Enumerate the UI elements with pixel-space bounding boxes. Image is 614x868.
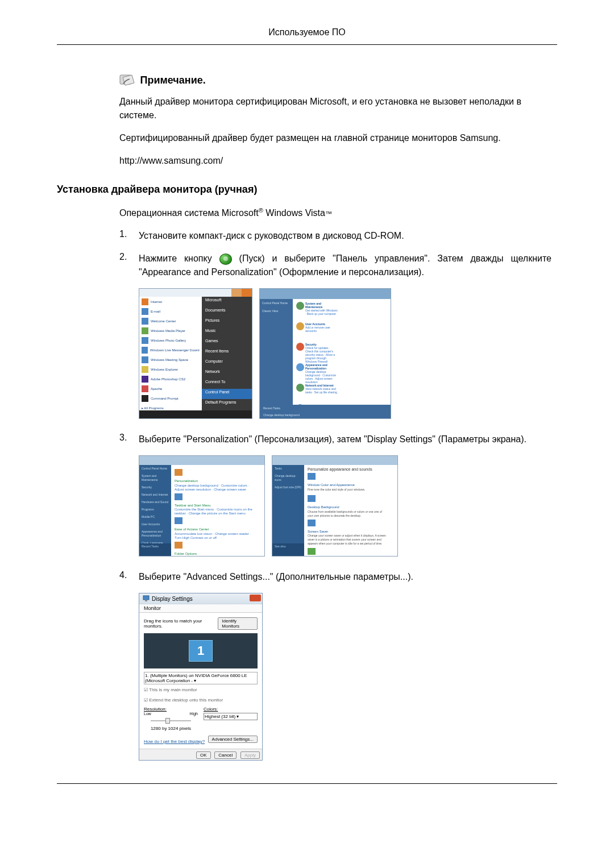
appearance-item[interactable]: PersonalizationChange desktop background… bbox=[175, 469, 261, 492]
step-1-text: Установите компакт-диск с руководством в… bbox=[139, 229, 551, 243]
side-link[interactable]: Programs bbox=[139, 506, 171, 513]
item-text: Screen SaverChange your screen saver or … bbox=[308, 530, 387, 546]
start-menu-item[interactable]: Windows Media Player bbox=[139, 326, 202, 335]
start-menu-item[interactable]: Apache bbox=[139, 384, 202, 393]
figure-set-2: Control Panel HomeSystem and Maintenance… bbox=[139, 455, 551, 556]
colors-label: Colors: bbox=[204, 707, 258, 712]
start-menu-item[interactable]: Welcome Center bbox=[139, 316, 202, 326]
start-menu-right-item[interactable]: Documents bbox=[202, 307, 252, 317]
start-menu-right-item[interactable]: Games bbox=[202, 338, 252, 348]
start-menu-right-item[interactable]: Computer bbox=[202, 358, 252, 368]
app-icon bbox=[142, 356, 148, 363]
note-label: Примечание. bbox=[140, 74, 205, 86]
start-menu-item[interactable]: Adobe Photoshop CS2 bbox=[139, 374, 202, 384]
cp-side-0: Control Panel Home bbox=[260, 299, 293, 307]
ok-button[interactable]: OK bbox=[196, 751, 211, 759]
start-menu-item[interactable]: E-mail bbox=[139, 306, 202, 316]
advanced-settings-button[interactable]: Advanced Settings... bbox=[208, 736, 258, 743]
monitor-tab[interactable]: Monitor bbox=[139, 604, 262, 613]
start-menu-right-item[interactable]: Microsoft bbox=[202, 297, 252, 307]
category-text: Appearance and PersonalizationChange des… bbox=[305, 363, 338, 384]
appearance-item[interactable]: Ease of Access CenterAccommodate low vis… bbox=[175, 517, 261, 540]
monitor-1-icon[interactable]: 1 bbox=[189, 640, 213, 662]
figure-set-1: InternetE-mailWelcome CenterWindows Medi… bbox=[139, 288, 551, 419]
help-link[interactable]: How do I get the best display? bbox=[144, 739, 205, 744]
main-monitor-checkbox[interactable]: ☑ This is my main monitor bbox=[144, 687, 258, 693]
side-link[interactable]: Mobile PC bbox=[139, 513, 171, 521]
resolution-slider[interactable] bbox=[144, 717, 198, 725]
monitor-select[interactable]: 1. (Multiple Monitors) on NVIDIA GeForce… bbox=[144, 672, 258, 684]
cp-category[interactable]: SecurityCheck for updates · Check this c… bbox=[296, 343, 342, 362]
app-icon bbox=[142, 298, 148, 305]
start-menu-item[interactable]: Windows Photo Gallery bbox=[139, 335, 202, 345]
start-menu-right-item[interactable]: Music bbox=[202, 327, 252, 338]
app-icon bbox=[142, 385, 148, 392]
monitor-icon bbox=[143, 595, 150, 602]
app-icon bbox=[142, 337, 148, 344]
side-link[interactable]: Adjust font size (DPI) bbox=[272, 484, 304, 491]
start-menu-right-item[interactable]: Pictures bbox=[202, 317, 252, 327]
step-3-num: 3. bbox=[119, 433, 139, 446]
apply-button[interactable]: Apply bbox=[240, 751, 260, 759]
start-menu-item[interactable]: Command Prompt bbox=[139, 393, 202, 403]
close-icon[interactable] bbox=[250, 595, 261, 601]
start-menu-right-item[interactable]: Connect To bbox=[202, 379, 252, 389]
cp-category[interactable]: User AccountsAdd or remove user accounts bbox=[296, 322, 342, 342]
footer-divider bbox=[57, 783, 557, 784]
start-menu-right-item[interactable]: Network bbox=[202, 368, 252, 379]
side-link[interactable]: Tasks bbox=[272, 465, 304, 472]
category-icon bbox=[296, 322, 304, 330]
start-menu-item[interactable]: Windows Live Messenger Download bbox=[139, 345, 202, 355]
step-2: 2. Нажмите кнопку (Пуск) и выберите "Пан… bbox=[119, 252, 551, 279]
start-menu-item-label: Windows Explorer bbox=[151, 368, 178, 371]
side-link[interactable]: User Accounts bbox=[139, 521, 171, 528]
step-4-num: 4. bbox=[119, 570, 139, 584]
extend-desktop-checkbox[interactable]: ☑ Extend the desktop onto this monitor bbox=[144, 697, 258, 703]
side-link[interactable]: Control Panel Home bbox=[139, 465, 171, 472]
high-label: High bbox=[190, 712, 198, 716]
start-menu-right-item[interactable]: Recent Items bbox=[202, 348, 252, 358]
identify-monitors-button[interactable]: Identify Monitors bbox=[218, 617, 258, 630]
item-text: Desktop BackgroundChoose from available … bbox=[308, 505, 387, 518]
item-icon bbox=[308, 548, 316, 555]
side-link[interactable]: Network and Internet bbox=[139, 491, 171, 499]
personalization-title: Personalize appearance and sounds bbox=[308, 467, 394, 471]
svg-rect-2 bbox=[145, 600, 147, 601]
side-link[interactable]: Security bbox=[139, 484, 171, 491]
appearance-item[interactable]: Taskbar and Start MenuCustomize the Star… bbox=[175, 493, 261, 516]
side-link[interactable]: System and Maintenance bbox=[139, 472, 171, 484]
cp-category[interactable]: Network and InternetView network status … bbox=[296, 384, 342, 403]
app-icon bbox=[142, 347, 148, 354]
colors-select[interactable]: Highest (32 bit) ▾ bbox=[204, 713, 258, 720]
start-menu-item-label: Windows Media Player bbox=[151, 329, 185, 333]
cp-category[interactable]: System and MaintenanceGet started with W… bbox=[296, 302, 342, 321]
start-menu-item[interactable]: Internet bbox=[139, 297, 202, 306]
cp-category[interactable]: Appearance and PersonalizationChange des… bbox=[296, 363, 342, 383]
side-link[interactable]: Hardware and Sound bbox=[139, 499, 171, 506]
start-menu-right-item[interactable]: Default Programs bbox=[202, 399, 252, 409]
cp-bot-1: Change desktop background bbox=[260, 412, 391, 418]
side-link[interactable]: Appearance and Personalization bbox=[139, 528, 171, 539]
start-menu-item-label: Windows Photo Gallery bbox=[151, 339, 186, 342]
personalization-item[interactable]: Window Color and AppearanceFine tune the… bbox=[308, 473, 394, 493]
appearance-item[interactable]: Folder OptionsSpecify single- or double-… bbox=[175, 542, 261, 556]
start-menu-item-label: Command Prompt bbox=[151, 397, 179, 400]
monitor-preview-area[interactable]: 1 bbox=[144, 633, 258, 668]
personalization-item[interactable]: Screen SaverChange your screen saver or … bbox=[308, 520, 394, 546]
note-icon bbox=[119, 73, 135, 87]
side-link[interactable]: Change desktop icons bbox=[272, 472, 304, 484]
os-mid: Windows Vista bbox=[263, 208, 325, 218]
figure-display-settings: Display Settings Monitor Drag the icons … bbox=[139, 593, 551, 760]
start-menu-item-label: Apache bbox=[151, 387, 162, 391]
start-menu-right-item[interactable]: Control Panel bbox=[202, 389, 252, 399]
start-menu-item[interactable]: Windows Explorer bbox=[139, 364, 202, 374]
start-menu-item-label: Internet bbox=[151, 300, 162, 304]
resolution-label: Resolution: bbox=[144, 707, 198, 712]
start-menu-item[interactable]: Windows Meeting Space bbox=[139, 355, 202, 364]
item-icon bbox=[308, 495, 316, 502]
personalization-item[interactable]: Desktop BackgroundChoose from available … bbox=[308, 495, 394, 518]
colors-value: Highest (32 bit) bbox=[205, 714, 235, 719]
figure-control-panel: Control Panel Home Classic View System a… bbox=[259, 288, 391, 419]
cancel-button[interactable]: Cancel bbox=[214, 751, 237, 759]
personalization-item[interactable]: SoundsChange which sounds are heard when… bbox=[308, 548, 394, 557]
